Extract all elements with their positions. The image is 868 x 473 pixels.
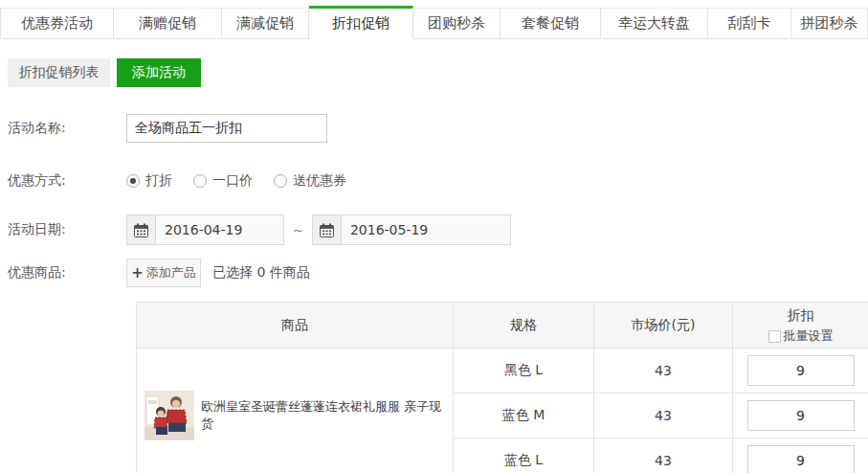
spec-cell: 黑色 L [454,349,594,394]
promo-products-row: 优惠商品: + 添加产品 已选择 0 件商品 [0,259,868,287]
price-cell: 43 [594,349,733,394]
table-row: 欧洲皇室圣诞蕾丝蓬蓬连衣裙礼服服 亲子现货 黑色 L 43 [137,349,868,394]
radio-option-fixed-price[interactable]: 一口价 [193,172,253,190]
promo-products-label: 优惠商品: [0,264,126,282]
tab-coupon-activity[interactable]: 优惠券活动 [0,8,114,39]
radio-option-discount[interactable]: 打折 [126,172,172,190]
table-header-row: 商品 规格 市场价(元) 折扣 批量设置 [137,303,868,349]
spec-cell: 蓝色 M [454,394,594,439]
discount-method-label: 优惠方式: [0,172,126,190]
add-activity-button[interactable]: 添加活动 [117,58,201,87]
column-header-product: 商品 [137,303,454,349]
end-date-box [312,214,511,245]
radio-unselected-icon[interactable] [193,174,207,188]
discount-promotion-page: 优惠券活动 满赠促销 满减促销 折扣促销 团购秒杀 套餐促销 幸运大转盘 刮刮卡… [0,0,868,473]
start-date-box [126,214,284,245]
discount-list-button[interactable]: 折扣促销列表 [8,58,110,87]
activity-name-label: 活动名称: [0,120,126,137]
tab-group-seckill[interactable]: 团购秒杀 [413,8,501,39]
selected-count-text: 已选择 0 件商品 [212,264,310,282]
column-header-discount: 折扣 批量设置 [733,303,868,349]
discount-input[interactable] [747,400,855,431]
batch-set-checkbox[interactable] [768,330,781,343]
discount-cell [733,439,868,473]
product-cell: 欧洲皇室圣诞蕾丝蓬蓬连衣裙礼服服 亲子现货 [137,349,454,473]
plus-icon: + [131,266,144,281]
column-header-spec: 规格 [454,303,594,349]
price-cell: 43 [594,439,733,473]
tab-pintuan-seckill[interactable]: 拼团秒杀 [791,8,868,39]
batch-set-label: 批量设置 [784,327,834,345]
add-product-button[interactable]: + 添加产品 [126,259,201,287]
radio-option-label: 一口价 [212,172,253,190]
radio-selected-icon[interactable] [126,174,140,188]
promo-tab-bar: 优惠券活动 满赠促销 满减促销 折扣促销 团购秒杀 套餐促销 幸运大转盘 刮刮卡… [0,8,868,39]
product-discount-table: 商品 规格 市场价(元) 折扣 批量设置 [136,302,868,473]
activity-name-input[interactable] [126,114,327,143]
product-thumbnail [145,391,194,440]
activity-name-row: 活动名称: [0,114,868,143]
sub-toolbar: 折扣促销列表 添加活动 [8,58,868,87]
add-product-button-label: 添加产品 [146,264,196,282]
radio-option-give-coupon[interactable]: 送优惠券 [274,172,346,190]
discount-cell [733,394,868,439]
column-header-price: 市场价(元) [594,303,733,349]
radio-unselected-icon[interactable] [274,174,287,188]
discount-method-row: 优惠方式: 打折 一口价 送优惠券 [0,171,868,191]
calendar-icon[interactable] [127,215,156,244]
discount-input[interactable] [747,355,855,386]
product-title: 欧洲皇室圣诞蕾丝蓬蓬连衣裙礼服服 亲子现货 [201,398,453,433]
date-range-separator: ~ [293,223,303,237]
discount-cell [733,349,868,394]
end-date-input[interactable] [342,215,510,244]
discount-input[interactable] [747,445,855,473]
spec-cell: 蓝色 L [454,439,594,473]
start-date-input[interactable] [156,215,283,244]
activity-date-row: 活动日期: ~ [0,214,868,245]
tab-package-promo[interactable]: 套餐促销 [501,8,601,39]
radio-option-label: 打折 [145,172,172,190]
activity-date-label: 活动日期: [0,221,126,238]
tab-scratch-card[interactable]: 刮刮卡 [708,8,791,39]
tab-lucky-wheel[interactable]: 幸运大转盘 [601,8,708,39]
tab-discount-promo[interactable]: 折扣促销 [309,6,413,39]
radio-option-label: 送优惠券 [293,172,346,190]
tab-full-gift-promo[interactable]: 满赠促销 [114,8,222,39]
discount-header-title: 折扣 [733,305,868,326]
price-cell: 43 [594,394,733,439]
tab-full-reduction-promo[interactable]: 满减促销 [222,8,309,39]
calendar-icon[interactable] [313,215,342,244]
